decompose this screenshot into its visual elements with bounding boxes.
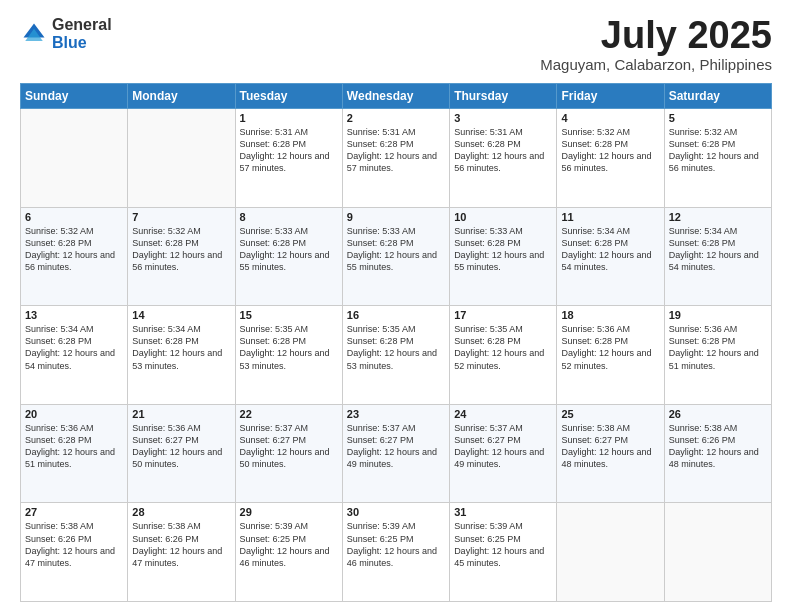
day-number: 7 [132, 211, 230, 223]
calendar-cell: 17Sunrise: 5:35 AM Sunset: 6:28 PM Dayli… [450, 306, 557, 405]
calendar-cell: 7Sunrise: 5:32 AM Sunset: 6:28 PM Daylig… [128, 207, 235, 306]
day-info: Sunrise: 5:31 AM Sunset: 6:28 PM Dayligh… [240, 126, 338, 175]
calendar-cell: 8Sunrise: 5:33 AM Sunset: 6:28 PM Daylig… [235, 207, 342, 306]
calendar-cell: 11Sunrise: 5:34 AM Sunset: 6:28 PM Dayli… [557, 207, 664, 306]
calendar-week-row: 27Sunrise: 5:38 AM Sunset: 6:26 PM Dayli… [21, 503, 772, 602]
day-number: 19 [669, 309, 767, 321]
day-info: Sunrise: 5:34 AM Sunset: 6:28 PM Dayligh… [25, 323, 123, 372]
logo-text: General Blue [52, 16, 112, 51]
calendar-cell: 23Sunrise: 5:37 AM Sunset: 6:27 PM Dayli… [342, 404, 449, 503]
calendar-cell: 22Sunrise: 5:37 AM Sunset: 6:27 PM Dayli… [235, 404, 342, 503]
calendar-header-row: SundayMondayTuesdayWednesdayThursdayFrid… [21, 84, 772, 109]
day-number: 9 [347, 211, 445, 223]
weekday-header: Thursday [450, 84, 557, 109]
day-info: Sunrise: 5:32 AM Sunset: 6:28 PM Dayligh… [669, 126, 767, 175]
day-number: 14 [132, 309, 230, 321]
day-number: 6 [25, 211, 123, 223]
calendar-week-row: 6Sunrise: 5:32 AM Sunset: 6:28 PM Daylig… [21, 207, 772, 306]
title-block: July 2025 Maguyam, Calabarzon, Philippin… [540, 16, 772, 73]
calendar-cell: 16Sunrise: 5:35 AM Sunset: 6:28 PM Dayli… [342, 306, 449, 405]
calendar-cell: 15Sunrise: 5:35 AM Sunset: 6:28 PM Dayli… [235, 306, 342, 405]
day-info: Sunrise: 5:32 AM Sunset: 6:28 PM Dayligh… [25, 225, 123, 274]
logo-blue: Blue [52, 34, 112, 52]
calendar-table: SundayMondayTuesdayWednesdayThursdayFrid… [20, 83, 772, 602]
logo-icon [20, 20, 48, 48]
day-number: 23 [347, 408, 445, 420]
day-info: Sunrise: 5:33 AM Sunset: 6:28 PM Dayligh… [454, 225, 552, 274]
calendar-cell: 18Sunrise: 5:36 AM Sunset: 6:28 PM Dayli… [557, 306, 664, 405]
day-info: Sunrise: 5:39 AM Sunset: 6:25 PM Dayligh… [240, 520, 338, 569]
day-info: Sunrise: 5:31 AM Sunset: 6:28 PM Dayligh… [454, 126, 552, 175]
day-info: Sunrise: 5:35 AM Sunset: 6:28 PM Dayligh… [454, 323, 552, 372]
day-info: Sunrise: 5:37 AM Sunset: 6:27 PM Dayligh… [347, 422, 445, 471]
calendar-cell: 1Sunrise: 5:31 AM Sunset: 6:28 PM Daylig… [235, 109, 342, 208]
day-info: Sunrise: 5:34 AM Sunset: 6:28 PM Dayligh… [561, 225, 659, 274]
day-number: 13 [25, 309, 123, 321]
calendar-cell: 14Sunrise: 5:34 AM Sunset: 6:28 PM Dayli… [128, 306, 235, 405]
day-number: 2 [347, 112, 445, 124]
day-info: Sunrise: 5:39 AM Sunset: 6:25 PM Dayligh… [347, 520, 445, 569]
day-number: 8 [240, 211, 338, 223]
day-number: 17 [454, 309, 552, 321]
day-info: Sunrise: 5:35 AM Sunset: 6:28 PM Dayligh… [240, 323, 338, 372]
day-number: 11 [561, 211, 659, 223]
day-info: Sunrise: 5:36 AM Sunset: 6:28 PM Dayligh… [561, 323, 659, 372]
calendar-cell: 26Sunrise: 5:38 AM Sunset: 6:26 PM Dayli… [664, 404, 771, 503]
day-info: Sunrise: 5:38 AM Sunset: 6:27 PM Dayligh… [561, 422, 659, 471]
weekday-header: Tuesday [235, 84, 342, 109]
calendar-cell: 6Sunrise: 5:32 AM Sunset: 6:28 PM Daylig… [21, 207, 128, 306]
day-info: Sunrise: 5:34 AM Sunset: 6:28 PM Dayligh… [669, 225, 767, 274]
day-number: 1 [240, 112, 338, 124]
calendar-cell: 21Sunrise: 5:36 AM Sunset: 6:27 PM Dayli… [128, 404, 235, 503]
calendar-cell: 9Sunrise: 5:33 AM Sunset: 6:28 PM Daylig… [342, 207, 449, 306]
calendar-cell: 20Sunrise: 5:36 AM Sunset: 6:28 PM Dayli… [21, 404, 128, 503]
weekday-header: Sunday [21, 84, 128, 109]
day-number: 12 [669, 211, 767, 223]
day-number: 20 [25, 408, 123, 420]
weekday-header: Friday [557, 84, 664, 109]
day-info: Sunrise: 5:37 AM Sunset: 6:27 PM Dayligh… [454, 422, 552, 471]
calendar-week-row: 20Sunrise: 5:36 AM Sunset: 6:28 PM Dayli… [21, 404, 772, 503]
calendar-cell: 28Sunrise: 5:38 AM Sunset: 6:26 PM Dayli… [128, 503, 235, 602]
calendar-cell [664, 503, 771, 602]
day-number: 10 [454, 211, 552, 223]
day-number: 5 [669, 112, 767, 124]
calendar-cell: 25Sunrise: 5:38 AM Sunset: 6:27 PM Dayli… [557, 404, 664, 503]
calendar-cell: 19Sunrise: 5:36 AM Sunset: 6:28 PM Dayli… [664, 306, 771, 405]
logo-general: General [52, 16, 112, 34]
calendar-cell: 27Sunrise: 5:38 AM Sunset: 6:26 PM Dayli… [21, 503, 128, 602]
day-info: Sunrise: 5:38 AM Sunset: 6:26 PM Dayligh… [25, 520, 123, 569]
day-info: Sunrise: 5:39 AM Sunset: 6:25 PM Dayligh… [454, 520, 552, 569]
day-info: Sunrise: 5:36 AM Sunset: 6:27 PM Dayligh… [132, 422, 230, 471]
calendar-cell: 2Sunrise: 5:31 AM Sunset: 6:28 PM Daylig… [342, 109, 449, 208]
day-number: 25 [561, 408, 659, 420]
day-number: 27 [25, 506, 123, 518]
day-info: Sunrise: 5:36 AM Sunset: 6:28 PM Dayligh… [25, 422, 123, 471]
day-number: 21 [132, 408, 230, 420]
calendar-cell: 10Sunrise: 5:33 AM Sunset: 6:28 PM Dayli… [450, 207, 557, 306]
day-info: Sunrise: 5:36 AM Sunset: 6:28 PM Dayligh… [669, 323, 767, 372]
day-number: 28 [132, 506, 230, 518]
calendar-week-row: 13Sunrise: 5:34 AM Sunset: 6:28 PM Dayli… [21, 306, 772, 405]
location-title: Maguyam, Calabarzon, Philippines [540, 56, 772, 73]
day-number: 24 [454, 408, 552, 420]
header: General Blue July 2025 Maguyam, Calabarz… [20, 16, 772, 73]
calendar-week-row: 1Sunrise: 5:31 AM Sunset: 6:28 PM Daylig… [21, 109, 772, 208]
day-info: Sunrise: 5:34 AM Sunset: 6:28 PM Dayligh… [132, 323, 230, 372]
day-info: Sunrise: 5:38 AM Sunset: 6:26 PM Dayligh… [132, 520, 230, 569]
day-number: 29 [240, 506, 338, 518]
day-info: Sunrise: 5:33 AM Sunset: 6:28 PM Dayligh… [347, 225, 445, 274]
calendar-cell: 3Sunrise: 5:31 AM Sunset: 6:28 PM Daylig… [450, 109, 557, 208]
logo: General Blue [20, 16, 112, 51]
day-number: 31 [454, 506, 552, 518]
day-number: 16 [347, 309, 445, 321]
day-info: Sunrise: 5:32 AM Sunset: 6:28 PM Dayligh… [561, 126, 659, 175]
day-number: 22 [240, 408, 338, 420]
calendar-cell: 30Sunrise: 5:39 AM Sunset: 6:25 PM Dayli… [342, 503, 449, 602]
weekday-header: Monday [128, 84, 235, 109]
calendar-cell [128, 109, 235, 208]
calendar-cell [557, 503, 664, 602]
day-number: 3 [454, 112, 552, 124]
calendar-cell: 13Sunrise: 5:34 AM Sunset: 6:28 PM Dayli… [21, 306, 128, 405]
calendar-cell [21, 109, 128, 208]
